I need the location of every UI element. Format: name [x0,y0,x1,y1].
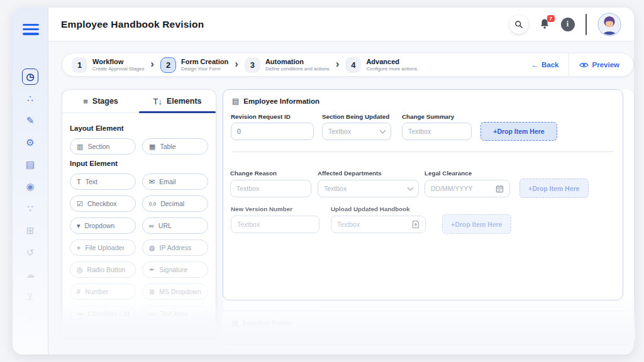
form-canvas: ▤ Employee Information Revision Request … [223,89,634,343]
sitemap-icon[interactable]: ⊻ [22,288,38,305]
avatar[interactable] [597,13,621,36]
inactive-section-title: Inactive Fields [243,319,292,327]
element-file-uploader[interactable]: +File Uploader [70,239,136,256]
revision-request-id-input[interactable] [231,123,314,140]
step-automation[interactable]: 3 Automation Define conditions and actio… [239,57,335,73]
element-label: Email [159,178,175,185]
element-radio-button[interactable]: ◎Radio Button [70,261,136,278]
step-form-creation[interactable]: 2 Form Creation Design Your Form [155,57,234,73]
section-divider [232,151,614,152]
tab-elements[interactable]: T↓ Elements [139,90,216,112]
chevron-right-icon: › [335,58,340,70]
element-dropdown[interactable]: ▾Dropdown [70,217,136,234]
element-text-area[interactable]: ▭Text Area [142,305,208,322]
drop-zone[interactable]: +Drop Item Here [480,122,557,141]
records-icon[interactable]: ▤ [22,156,38,173]
element-decimal[interactable]: 0.0Decimal [142,195,208,212]
upload-updated-handbook-input[interactable]: Textbox [331,216,426,233]
section-header: ▤ Employee Information [232,97,319,106]
tab-label: Stages [92,97,118,106]
network-icon[interactable]: ∵ [22,200,38,217]
element-checkbox-list[interactable]: ≔Checkbox List [70,305,136,322]
new-version-number-input[interactable] [231,216,319,233]
change-summary-input[interactable] [402,123,472,140]
field-label: Change Reason [230,170,277,177]
element-faded[interactable] [142,327,208,337]
legal-clearance-date-input[interactable]: DD/MM/YYYY [425,180,510,197]
layout-element-heading: Layout Element [70,124,208,132]
element-label: Table [160,143,175,150]
step-workflow[interactable]: 1 Workflow Create Approval Stages [66,57,150,73]
preview-button[interactable]: Preview [569,61,630,69]
field-label: Upload Updated Handbook [331,206,410,212]
tab-label: Elements [167,97,202,106]
history-icon[interactable]: ↺ [22,244,38,261]
eye-icon [579,62,589,69]
employee-information-section: ▤ Employee Information Revision Request … [223,89,623,300]
element-label: Checkbox List [88,310,130,317]
section-title: Employee Information [243,97,319,105]
element-label: Dropdown [85,222,115,229]
app-window: ◷ ∴ ✎ ⚙ ▤ ◉ ∵ ⊞ ↺ ☁ ⊻ ◌ Employee Handboo… [13,8,634,354]
header-divider [586,14,587,35]
hamburger-menu-icon[interactable] [23,24,39,38]
inactive-fields-section: ▤ Inactive Fields [223,310,623,327]
notifications-bell-icon[interactable]: 7 [539,18,550,30]
signature-icon: ✒ [149,266,155,274]
tab-stages[interactable]: ≡ Stages [62,90,139,112]
page-title: Employee Handbook Revision [61,19,204,30]
change-reason-input[interactable] [230,180,311,197]
element-number[interactable]: #Number [70,283,136,300]
element-email[interactable]: ✉Email [142,173,208,190]
preview-label: Preview [592,61,619,69]
element-label: Text [86,178,97,185]
element-label: File Uploader [85,244,124,251]
drop-zone-label: +Drop Item Here [493,128,544,135]
user-settings-icon[interactable]: ⚙ [22,134,38,151]
chevron-down-icon [408,184,414,190]
field-label: Section Being Updated [322,113,389,120]
step-advanced[interactable]: 4 Advanced Configure more actions. [340,57,424,73]
element-ip-address[interactable]: ◍IP Address [142,239,208,256]
element-label: URL [158,222,172,229]
document-edit-icon[interactable]: ✎ [22,112,38,129]
info-icon[interactable]: i [561,18,575,31]
element-label: Signature [159,266,187,273]
calendar-icon[interactable] [496,185,504,193]
hierarchy-icon[interactable]: ⊞ [22,222,38,239]
form-builder-icon[interactable]: ◷ [22,69,38,85]
workflow-icon[interactable]: ∴ [22,90,38,107]
affected-departments-select[interactable]: Textbox [318,180,419,197]
element-checkbox[interactable]: ☑Checkbox [70,195,136,212]
element-ms-dropdown[interactable]: ≣MS Dropdown [142,283,208,300]
section-icon: ▥ [77,143,83,151]
profile-settings-icon[interactable]: ◉ [22,178,38,195]
step-title: Automation [265,58,330,65]
date-placeholder: DD/MM/YYYY [431,185,473,192]
select-value: Textbox [328,128,351,135]
dropdown-icon: ▾ [77,222,80,230]
element-signature[interactable]: ✒Signature [142,261,208,278]
element-label: MS Dropdown [159,288,201,295]
element-faded[interactable] [70,327,136,337]
link-icon: ∞ [149,222,154,229]
element-url[interactable]: ∞URL [142,217,208,234]
cloud-icon[interactable]: ☁ [22,266,38,283]
step-subtitle: Design Your Form [181,66,228,72]
notification-badge: 7 [547,15,554,22]
drop-zone[interactable]: +Drop Item Here [519,178,589,198]
element-section[interactable]: ▥Section [70,138,136,155]
element-label: Checkbox [87,200,117,207]
file-upload-icon[interactable] [412,220,419,229]
drop-zone[interactable]: +Drop Item Here [442,214,511,234]
text-icon: T [77,178,81,185]
element-text[interactable]: TText [70,173,136,190]
element-table[interactable]: ▦Table [142,138,208,155]
elements-panel: ≡ Stages T↓ Elements Layout Element ▥Sec… [62,89,216,337]
more-icon[interactable]: ◌ [22,310,38,327]
step-number: 4 [345,57,361,73]
search-icon[interactable] [509,15,528,34]
back-button[interactable]: ← Back [531,61,569,69]
section-being-updated-select[interactable]: Textbox [322,123,391,140]
chevron-right-icon: › [150,58,155,70]
